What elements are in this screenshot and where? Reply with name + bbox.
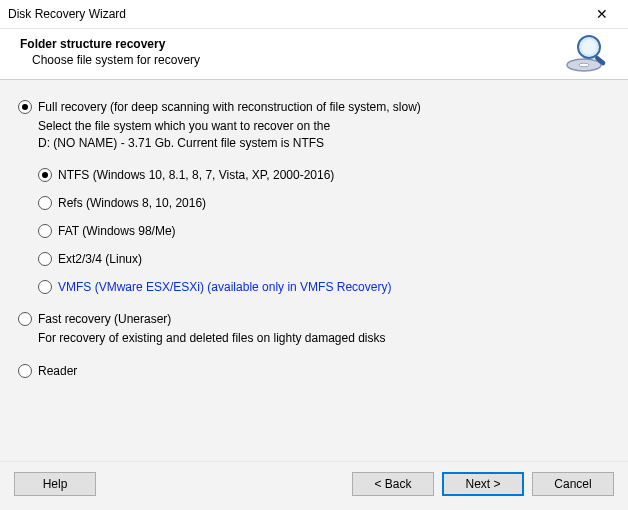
mode-reader-label: Reader bbox=[38, 364, 77, 378]
full-desc-line1: Select the file system which you want to… bbox=[38, 119, 330, 133]
mode-fast-recovery[interactable]: Fast recovery (Uneraser) bbox=[18, 312, 610, 326]
radio-icon bbox=[18, 312, 32, 326]
fs-ext[interactable]: Ext2/3/4 (Linux) bbox=[38, 252, 610, 266]
mode-full-label: Full recovery (for deep scanning with re… bbox=[38, 100, 421, 114]
wizard-header: Folder structure recovery Choose file sy… bbox=[0, 29, 628, 80]
filesystem-group: NTFS (Windows 10, 8.1, 8, 7, Vista, XP, … bbox=[38, 168, 610, 294]
fs-ntfs[interactable]: NTFS (Windows 10, 8.1, 8, 7, Vista, XP, … bbox=[38, 168, 610, 182]
wizard-window: Disk Recovery Wizard ✕ Folder structure … bbox=[0, 0, 628, 510]
page-title: Folder structure recovery bbox=[20, 37, 608, 51]
wizard-footer: Help < Back Next > Cancel bbox=[0, 461, 628, 510]
fs-refs-label: Refs (Windows 8, 10, 2016) bbox=[58, 196, 206, 210]
fs-ext-label: Ext2/3/4 (Linux) bbox=[58, 252, 142, 266]
radio-icon bbox=[18, 100, 32, 114]
radio-icon bbox=[38, 252, 52, 266]
svg-point-3 bbox=[582, 40, 597, 55]
help-button[interactable]: Help bbox=[14, 472, 96, 496]
radio-icon bbox=[38, 196, 52, 210]
radio-icon bbox=[18, 364, 32, 378]
fs-ntfs-label: NTFS (Windows 10, 8.1, 8, 7, Vista, XP, … bbox=[58, 168, 334, 182]
cancel-button[interactable]: Cancel bbox=[532, 472, 614, 496]
fast-recovery-desc: For recovery of existing and deleted fil… bbox=[38, 330, 610, 347]
fs-vmfs[interactable]: VMFS (VMware ESX/ESXi) (available only i… bbox=[38, 280, 610, 294]
svg-point-1 bbox=[579, 63, 589, 67]
close-icon[interactable]: ✕ bbox=[582, 0, 622, 28]
radio-icon bbox=[38, 168, 52, 182]
fs-vmfs-label: VMFS (VMware ESX/ESXi) (available only i… bbox=[58, 280, 391, 294]
page-subtitle: Choose file system for recovery bbox=[32, 53, 608, 67]
mode-reader[interactable]: Reader bbox=[18, 364, 610, 378]
fs-fat[interactable]: FAT (Windows 98/Me) bbox=[38, 224, 610, 238]
fs-refs[interactable]: Refs (Windows 8, 10, 2016) bbox=[38, 196, 610, 210]
mode-fast-label: Fast recovery (Uneraser) bbox=[38, 312, 171, 326]
full-recovery-desc: Select the file system which you want to… bbox=[38, 118, 610, 152]
fs-fat-label: FAT (Windows 98/Me) bbox=[58, 224, 176, 238]
radio-icon bbox=[38, 224, 52, 238]
full-desc-line2: D: (NO NAME) - 3.71 Gb. Current file sys… bbox=[38, 136, 324, 150]
wizard-content: Full recovery (for deep scanning with re… bbox=[0, 80, 628, 461]
back-button[interactable]: < Back bbox=[352, 472, 434, 496]
magnifier-disk-icon bbox=[564, 31, 610, 80]
window-title: Disk Recovery Wizard bbox=[6, 7, 582, 21]
titlebar: Disk Recovery Wizard ✕ bbox=[0, 0, 628, 29]
next-button[interactable]: Next > bbox=[442, 472, 524, 496]
radio-icon bbox=[38, 280, 52, 294]
mode-full-recovery[interactable]: Full recovery (for deep scanning with re… bbox=[18, 100, 610, 114]
